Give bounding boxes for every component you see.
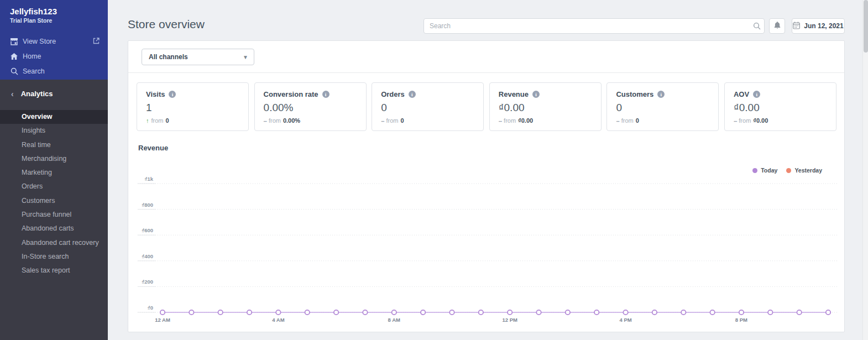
trend-flat-icon: -- [734, 117, 736, 124]
analytics-dashboard: Jellyfish123 Trial Plan Store View Store… [0, 0, 868, 340]
y-axis-tick-label: ₫400 [142, 253, 153, 259]
search-icon[interactable] [750, 22, 764, 30]
sidebar-item-search[interactable]: Search [0, 64, 108, 79]
x-axis-tick-label: 12 PM [502, 317, 517, 323]
info-icon[interactable]: i [753, 91, 760, 98]
data-point-today[interactable] [681, 310, 686, 315]
y-axis-tick-label: ₫800 [142, 202, 153, 208]
compare-value: ₫0.00 [753, 117, 768, 124]
global-search [423, 18, 765, 34]
info-icon[interactable]: i [322, 91, 330, 98]
stat-card-customers: Customersi0--from0 [606, 82, 719, 131]
data-point-today[interactable] [797, 310, 801, 315]
y-axis-tick-label: ₫200 [142, 279, 153, 285]
stat-value: 1 [146, 102, 239, 114]
sidebar-item-home[interactable]: Home [0, 49, 108, 64]
date-picker-button[interactable]: Jun 12, 2021 [792, 18, 845, 34]
data-point-today[interactable] [247, 310, 252, 315]
compare-value: 0 [636, 117, 639, 124]
external-link-icon[interactable] [93, 38, 100, 45]
date-label: Jun 12, 2021 [804, 22, 843, 30]
stat-label: Conversion rate [264, 90, 318, 98]
page-title: Store overview [128, 18, 205, 31]
menu-item-in-store-search[interactable]: In-Store search [0, 250, 108, 264]
data-point-today[interactable] [334, 310, 338, 315]
y-axis-tick-label: ₫600 [142, 227, 153, 233]
compare-from-label: from [386, 117, 399, 124]
data-point-today[interactable] [768, 310, 772, 315]
trend-flat-icon: -- [616, 117, 619, 124]
data-point-today[interactable] [392, 310, 396, 315]
info-icon[interactable]: i [657, 91, 665, 98]
menu-item-customers[interactable]: Customers [0, 194, 108, 208]
x-axis-tick-label: 8 PM [735, 317, 747, 323]
menu-item-overview[interactable]: Overview [0, 110, 108, 124]
chevron-left-icon[interactable]: ‹ [11, 90, 14, 98]
info-icon[interactable]: i [532, 91, 540, 98]
x-axis-tick-label: 4 AM [272, 317, 284, 323]
y-axis-tick-label: ₫0 [148, 305, 153, 311]
data-point-today[interactable] [218, 310, 222, 315]
data-point-today[interactable] [363, 310, 367, 315]
stat-card-aov: AOVi₫0.00--from₫0.00 [724, 82, 836, 131]
info-icon[interactable]: i [409, 91, 416, 98]
data-point-today[interactable] [160, 310, 165, 315]
data-point-today[interactable] [826, 310, 830, 315]
data-point-today[interactable] [421, 310, 425, 315]
analytics-menu: OverviewInsightsReal timeMerchandisingMa… [0, 110, 108, 278]
data-point-today[interactable] [566, 310, 570, 315]
data-point-today[interactable] [479, 310, 483, 315]
compare-from-label: from [739, 117, 751, 124]
stat-compare: ↑from0 [146, 117, 239, 124]
revenue-line-chart: ₫0₫200₫400₫600₫800₫1k12 AM4 AM8 AM12 PM4… [133, 161, 844, 327]
menu-item-insights[interactable]: Insights [0, 124, 108, 138]
stat-label: Revenue [499, 90, 529, 98]
stat-label: AOV [734, 90, 749, 98]
channel-select[interactable]: All channels ▼ [142, 49, 254, 65]
stat-compare: --from₫0.00 [734, 117, 827, 124]
menu-item-sales-tax-report[interactable]: Sales tax report [0, 264, 108, 278]
compare-from-label: from [621, 117, 634, 124]
data-point-today[interactable] [305, 310, 310, 315]
sidebar-item-view-store[interactable]: View Store [0, 34, 108, 49]
menu-item-orders[interactable]: Orders [0, 180, 108, 193]
data-point-today[interactable] [623, 310, 628, 315]
data-point-today[interactable] [508, 310, 512, 315]
scrollbar-thumb[interactable] [864, 0, 868, 53]
menu-item-abandoned-cart-recovery[interactable]: Abandoned cart recovery [0, 236, 108, 250]
store-name: Jellyfish123 [0, 7, 108, 16]
stat-label: Visits [146, 90, 165, 98]
data-point-today[interactable] [189, 310, 194, 315]
compare-value: ₫0.00 [518, 117, 533, 124]
data-point-today[interactable] [739, 310, 744, 315]
analytics-section-header[interactable]: ‹ Analytics [0, 80, 108, 98]
sidebar-item-label: Home [23, 53, 41, 60]
channels-filter-bar: All channels ▼ [128, 41, 844, 73]
channel-select-value: All channels [149, 53, 188, 61]
menu-item-merchandising[interactable]: Merchandising [0, 152, 108, 166]
data-point-today[interactable] [276, 310, 280, 315]
stat-compare: --from0 [381, 117, 474, 124]
stat-value: 0 [616, 102, 709, 114]
sidebar: Jellyfish123 Trial Plan Store View Store… [0, 0, 108, 340]
trend-flat-icon: -- [381, 117, 384, 124]
chart-title: Revenue [138, 144, 168, 152]
menu-item-purchase-funnel[interactable]: Purchase funnel [0, 208, 108, 222]
data-point-today[interactable] [710, 310, 714, 315]
data-point-today[interactable] [594, 310, 599, 315]
stat-compare: --from₫0.00 [499, 117, 592, 124]
menu-item-abandoned-carts[interactable]: Abandoned carts [0, 222, 108, 236]
data-point-today[interactable] [536, 310, 541, 315]
search-input[interactable] [424, 22, 750, 30]
menu-item-real-time[interactable]: Real time [0, 138, 108, 152]
sidebar-main-nav: View StoreHomeSearch [0, 34, 108, 79]
menu-item-marketing[interactable]: Marketing [0, 166, 108, 180]
data-point-today[interactable] [652, 310, 657, 315]
bell-icon [773, 21, 781, 31]
stat-card-visits: Visitsi1↑from0 [137, 82, 249, 131]
compare-from-label: from [504, 117, 516, 124]
notifications-button[interactable] [769, 18, 785, 34]
data-point-today[interactable] [449, 310, 454, 315]
info-icon[interactable]: i [169, 91, 176, 98]
vertical-scrollbar[interactable] [862, 0, 868, 340]
